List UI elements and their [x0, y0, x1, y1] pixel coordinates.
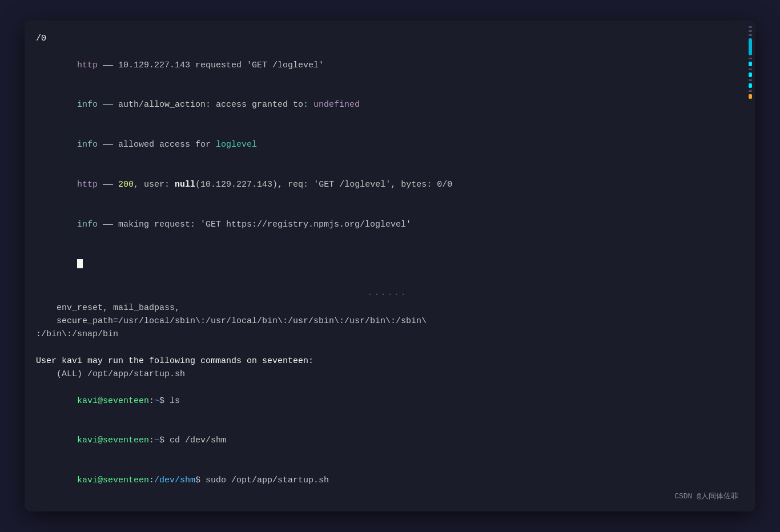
line-cursor-1: [36, 244, 738, 284]
line-info-1: info —— auth/allow_action: access grante…: [36, 85, 738, 125]
line-prompt-ls: kavi@seventeen:~$ ls: [36, 381, 738, 421]
line-secure-path-cont: :/bin\:/snap/bin: [36, 328, 738, 341]
scrollbar-tick: [749, 26, 752, 28]
scrollbar-tick: [749, 30, 752, 32]
scrollbar-active-indicator-2: [749, 72, 752, 77]
line-info-3: info —— making request: 'GET https://reg…: [36, 204, 738, 244]
line-http-1: http —— 10.129.227.143 requested 'GET /l…: [36, 45, 738, 85]
scrollbar-tick: [749, 58, 752, 59]
line-prompt-cd: kavi@seventeen:~$ cd /dev/shm: [36, 421, 738, 461]
scrollbar-active-indicator-3: [749, 83, 752, 88]
terminal-content: /0 http —— 10.129.227.143 requested 'GET…: [36, 32, 738, 500]
line-info-2: info —— allowed access for loglevel: [36, 125, 738, 165]
line-prompt-sudo: kavi@seventeen:/dev/shm$ sudo /opt/app/s…: [36, 461, 738, 500]
scrollbar-tick: [749, 90, 752, 92]
terminal-window: /0 http —— 10.129.227.143 requested 'GET…: [25, 21, 755, 511]
line-http-2: http —— 200, user: null(10.129.227.143),…: [36, 165, 738, 205]
scrollbar-tick: [749, 68, 752, 70]
line-user-kavi: User kavi may run the following commands…: [36, 354, 738, 368]
line-blank-1: [36, 341, 738, 354]
dots-separator: ......: [36, 284, 738, 301]
line-all: (ALL) /opt/app/startup.sh: [36, 368, 738, 381]
scrollbar[interactable]: [747, 21, 753, 511]
line-env-reset: env_reset, mail_badpass,: [36, 301, 738, 315]
scrollbar-tick: [749, 79, 752, 81]
cursor-1: [77, 259, 83, 268]
scrollbar-active-indicator: [749, 62, 752, 66]
line-secure-path: secure_path=/usr/local/sbin\:/usr/local/…: [36, 315, 738, 328]
scrollbar-thumb[interactable]: [749, 38, 752, 55]
terminal-body: /0 http —— 10.129.227.143 requested 'GET…: [25, 21, 755, 511]
watermark: CSDN @人间体佐菲: [674, 491, 738, 501]
scrollbar-highlight: [749, 94, 752, 99]
scrollbar-tick: [749, 34, 752, 36]
line-path: /0: [36, 32, 738, 45]
